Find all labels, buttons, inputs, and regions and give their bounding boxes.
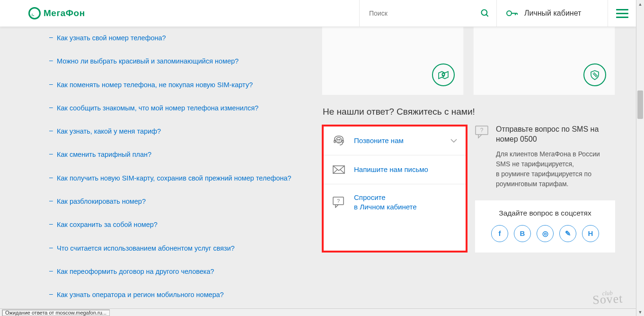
contact-call[interactable]: Позвоните нам (324, 126, 466, 155)
sms-description: Для клиентов МегаФона в России SMS не та… (496, 149, 615, 189)
dash-icon: – (49, 267, 53, 274)
svg-line-15 (333, 170, 337, 173)
chat-question-icon: ? (475, 126, 489, 140)
site-header: МегаФон Личный кабинет (0, 0, 636, 27)
headset-icon (332, 135, 345, 146)
faq-item: –Как узнать оператора и регион мобильног… (28, 283, 312, 307)
key-icon (506, 9, 518, 17)
social-card: Задайте вопрос в соцсетях fВ◎✎Н (475, 200, 615, 253)
dash-icon: – (49, 33, 53, 41)
faq-link[interactable]: Как получить новую SIM-карту, сохранив с… (57, 173, 291, 183)
info-card-coverage[interactable] (322, 27, 464, 95)
sms-title: Отправьте вопрос по SMS на номер 0500 (496, 125, 615, 144)
contact-ask-cabinet[interactable]: ? Спроситев Личном кабинете (324, 184, 466, 221)
dash-icon: – (49, 197, 53, 204)
faq-item: –Можно ли выбрать красивый и запоминающи… (28, 50, 312, 73)
svg-point-11 (339, 139, 340, 140)
faq-link[interactable]: Как узнать оператора и регион мобильного… (57, 290, 224, 299)
info-card-protection[interactable] (473, 27, 615, 95)
social-livejournal-button[interactable]: ✎ (559, 225, 576, 242)
svg-rect-12 (334, 140, 335, 143)
faq-item: –Как сменить тарифный план? (28, 143, 312, 166)
faq-link[interactable]: Как поменять номер телефона, не покупая … (57, 80, 253, 90)
contact-ask-label: Спроситев Личном кабинете (354, 193, 457, 212)
svg-point-2 (507, 11, 512, 16)
faq-link[interactable]: Как сообщить знакомым, что мой номер тел… (57, 103, 258, 113)
search-box[interactable] (359, 0, 496, 27)
faq-item: –Как сохранить за собой номер? (28, 213, 312, 236)
chevron-down-icon (450, 139, 457, 143)
dash-icon: – (49, 80, 53, 88)
faq-item: –Как поменять номер телефона, не покупая… (28, 73, 312, 97)
faq-link[interactable]: Как сохранить за собой номер? (57, 220, 158, 229)
scroll-down-icon[interactable]: ▼ (636, 308, 644, 316)
svg-line-16 (340, 170, 344, 173)
faq-item: –Как узнать, какой у меня тариф? (28, 120, 312, 143)
map-pin-icon (432, 63, 455, 86)
faq-item: –Как получить новую SIM-карту, сохранив … (28, 167, 312, 190)
contact-write[interactable]: Напишите нам письмо (324, 155, 466, 184)
svg-rect-13 (342, 140, 344, 143)
contact-options-box: Позвоните нам Напишите нам письмо (322, 125, 468, 253)
svg-point-10 (337, 139, 338, 140)
faq-link[interactable]: Что считается использованием абонентом у… (57, 244, 235, 253)
scroll-thumb[interactable] (637, 90, 643, 119)
scroll-up-icon[interactable]: ▲ (636, 0, 644, 8)
menu-button[interactable] (608, 0, 636, 27)
dash-icon: – (49, 290, 53, 298)
dash-icon: – (49, 126, 53, 134)
contact-write-label: Напишите нам письмо (354, 165, 457, 174)
svg-line-8 (594, 72, 598, 76)
social-title: Задайте вопрос в соцсетях (482, 209, 609, 217)
social-vkontakte-button[interactable]: В (514, 225, 531, 242)
faq-list: –Как узнать свой номер телефона?–Можно л… (28, 27, 312, 307)
faq-item: –Как узнать свой номер телефона? (28, 27, 312, 50)
contact-call-label: Позвоните нам (354, 136, 442, 145)
svg-point-0 (482, 10, 487, 16)
dash-icon: – (49, 103, 53, 111)
faq-link[interactable]: Как разблокировать номер? (57, 197, 146, 206)
faq-item: –Как сообщить знакомым, что мой номер те… (28, 97, 312, 120)
svg-line-7 (593, 73, 597, 77)
search-input[interactable] (369, 9, 480, 17)
faq-item: –Как переоформить договор на другого чел… (28, 260, 312, 283)
faq-link[interactable]: Как узнать свой номер телефона? (57, 33, 166, 43)
mail-icon (332, 164, 345, 175)
faq-item: –Как разблокировать номер? (28, 190, 312, 213)
browser-status-bar: Ожидание ответа от moscow.megafon.ru... (0, 308, 636, 316)
shield-icon (583, 63, 606, 86)
svg-line-1 (486, 15, 488, 17)
faq-link[interactable]: Можно ли выбрать красивый и запоминающий… (57, 56, 238, 66)
social-odnoklassniki-button[interactable]: ◎ (537, 225, 554, 242)
dash-icon: – (49, 150, 53, 157)
faq-item: –Что считается использованием абонентом … (28, 237, 312, 260)
logo-text: МегаФон (44, 8, 85, 18)
contact-heading: Не нашли ответ? Свяжитесь с нами! (323, 107, 615, 117)
chat-question-icon: ? (332, 197, 345, 208)
status-text: Ожидание ответа от moscow.megafon.ru... (2, 309, 110, 316)
dash-icon: – (49, 56, 53, 64)
cabinet-label: Личный кабинет (524, 9, 581, 18)
logo[interactable]: МегаФон (28, 7, 85, 19)
faq-link[interactable]: Как узнать, какой у меня тариф? (57, 126, 161, 136)
social-facebook-button[interactable]: f (491, 225, 508, 242)
faq-link[interactable]: Как сменить тарифный план? (57, 150, 151, 159)
social-habr-button[interactable]: Н (582, 225, 599, 242)
svg-text:?: ? (337, 198, 340, 204)
search-icon[interactable] (480, 9, 490, 18)
personal-cabinet-link[interactable]: Личный кабинет (496, 0, 608, 27)
dash-icon: – (49, 173, 53, 181)
faq-link[interactable]: Как переоформить договор на другого чело… (57, 267, 214, 276)
sms-info: ? Отправьте вопрос по SMS на номер 0500 … (475, 125, 615, 253)
svg-text:?: ? (480, 127, 484, 134)
dash-icon: – (49, 220, 53, 227)
dash-icon: – (49, 244, 53, 251)
logo-icon (28, 7, 41, 19)
browser-scrollbar[interactable]: ▲ ▼ (636, 0, 644, 316)
